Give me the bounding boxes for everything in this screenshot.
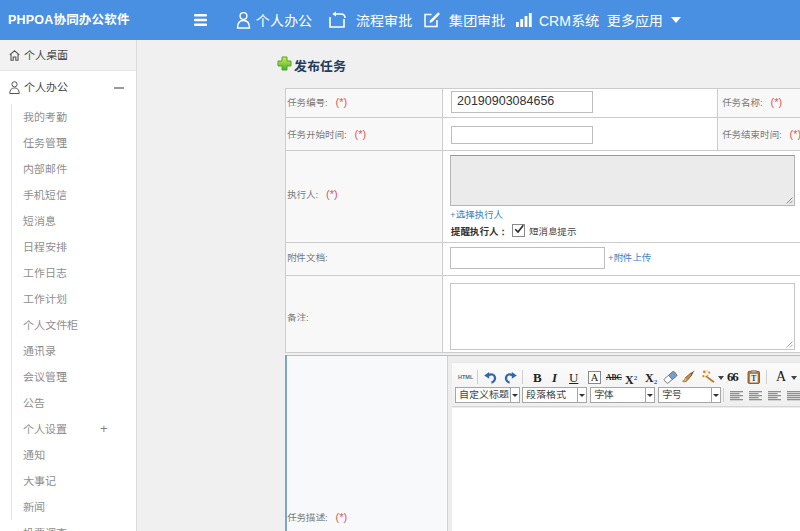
svg-text:T: T [751, 374, 756, 383]
